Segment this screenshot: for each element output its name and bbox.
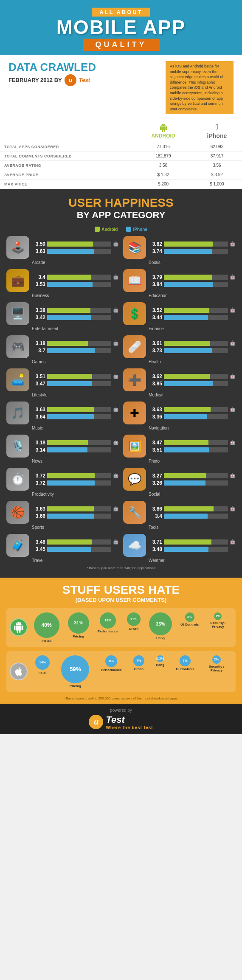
cat-icon-navigation: ✚ — [123, 402, 146, 424]
apple-bar-fill — [164, 348, 212, 353]
android-bar-fill — [164, 440, 208, 445]
android-bar-fill — [164, 374, 210, 379]
bars-col: 3.79 🤖 3.84 — [149, 274, 236, 287]
android-os-icon: 🤖 — [230, 241, 236, 247]
android-bar-track — [164, 308, 228, 313]
android-bar-track — [47, 308, 111, 313]
apple-bar-row: 3.84 — [149, 281, 236, 287]
android-bar-value: 3.71 — [149, 539, 162, 545]
apple-bar-track — [164, 514, 228, 519]
apple-bar-fill — [47, 348, 95, 353]
android-os-icon: 🤖 — [113, 440, 119, 445]
android-os-icon: 🤖 — [230, 274, 236, 280]
category-label: Weather — [149, 558, 165, 563]
hate-label: Performance — [98, 629, 118, 633]
apple-bar-fill — [164, 480, 205, 486]
apple-bar-track — [164, 480, 228, 486]
utest-logo: u — [65, 74, 76, 86]
cat-icon-productivity: ⏱️ — [6, 468, 29, 491]
apple-bar-row: 3.72 — [32, 480, 119, 486]
category-item-sports: 🏀 3.63 🤖 3.66 Sports — [6, 501, 119, 530]
android-bar-track — [164, 539, 228, 545]
apple-bar-row: 3.47 — [32, 381, 119, 387]
apple-bar-value: 3.53 — [32, 281, 45, 287]
cat-icon-lifestyle: 🛋️ — [6, 368, 29, 391]
apple-bar-value: 3.63 — [32, 248, 45, 254]
android-bar-fill — [47, 241, 93, 247]
android-bar-fill — [47, 275, 91, 280]
apple-bar-track — [47, 381, 111, 386]
android-bar-value: 3.62 — [149, 373, 162, 379]
apple-bar-value: 3.84 — [149, 281, 162, 287]
category-item-news: 🎙️ 3.18 🤖 3.14 News — [6, 435, 119, 463]
stats-row-label: AVERAGE PRICE — [0, 170, 135, 180]
bars-col: 3.82 🤖 3.74 — [149, 241, 236, 254]
bars-col: 3.4 🤖 3.53 — [32, 274, 119, 287]
hate-item-performance: 8% Performance — [101, 655, 122, 688]
hate-item-hang: 0.3% Hang — [156, 655, 164, 688]
android-bar-track — [164, 407, 228, 412]
category-icon-row: ➕ 3.62 🤖 3.85 — [123, 368, 236, 391]
category-icon-row: 🎵 3.63 🤖 3.64 — [6, 402, 119, 424]
category-item-finance: 💲 3.52 🤖 3.44 Finance — [123, 302, 236, 331]
apple-bar-track — [47, 249, 111, 254]
android-bar-value: 3.47 — [149, 440, 162, 446]
category-icon-row: 🔧 3.86 🤖 3.4 — [123, 501, 236, 524]
category-label: Social — [149, 492, 160, 497]
android-bar-track — [47, 506, 111, 511]
apple-bar-track — [164, 249, 228, 254]
android-bar-track — [47, 440, 111, 445]
bars-col: 3.18 🤖 3.7 — [32, 340, 119, 354]
category-label: Travel — [32, 558, 43, 563]
apple-bar-value: 3.4 — [149, 513, 162, 519]
stats-row-iphone: 62,093 — [192, 142, 242, 152]
hate-label: Install — [38, 671, 48, 674]
category-item-navigation: ✚ 3.63 🤖 3.36 Navigation — [123, 402, 236, 430]
bars-col: 3.61 🤖 3.73 — [149, 340, 236, 354]
hate-circle: 0.3% — [157, 655, 163, 662]
apple-bar-track — [47, 514, 111, 519]
category-label: Navigation — [149, 426, 169, 430]
apple-bar-value: 3.73 — [149, 348, 162, 354]
android-os-icon: 🤖 — [113, 407, 119, 412]
android-hate-items: 40% Install 31% Pricing 16% Performance … — [30, 612, 232, 643]
android-bar-value: 3.63 — [149, 407, 162, 413]
apple-bar-value: 3.48 — [149, 546, 162, 552]
stats-row: TOTAL APPS CONSIDERED 77,316 62,093 — [0, 142, 242, 152]
category-icon-row: 🧳 3.48 🤖 3.45 — [6, 534, 119, 557]
apple-hate-items: 14% Install 59% Pricing 8% Performance 7… — [30, 655, 232, 688]
android-bar-value: 3.86 — [149, 506, 162, 512]
stats-row: AVERAGE RATING 3.58 3.56 — [0, 161, 242, 170]
category-label: Books — [149, 260, 160, 265]
stats-row-iphone: 37,917 — [192, 152, 242, 161]
android-bar-fill — [47, 506, 94, 511]
stats-row-android: $ 1.32 — [135, 170, 192, 180]
android-bar-row: 3.63 🤖 — [149, 407, 236, 413]
android-bar-fill — [47, 374, 92, 379]
cat-icon-medical: ➕ — [123, 368, 146, 391]
apple-bar-row: 3.36 — [149, 414, 236, 420]
android-bar-value: 3.38 — [32, 307, 45, 313]
android-os-icon: 🤖 — [113, 539, 119, 545]
bars-col: 3.86 🤖 3.4 — [149, 506, 236, 519]
apple-bar-fill — [164, 282, 213, 287]
hate-item-crash: 7% Crash — [133, 655, 144, 688]
bars-col: 3.72 🤖 3.72 — [32, 473, 119, 486]
bars-col: 3.47 🤖 3.51 — [149, 440, 236, 453]
android-bar-value: 3.63 — [32, 407, 45, 413]
category-icon-row: ⏱️ 3.72 🤖 3.72 — [6, 468, 119, 491]
category-icon-row: 🖼️ 3.47 🤖 3.51 — [123, 435, 236, 458]
android-bar-fill — [164, 341, 210, 346]
android-legend-label: Android — [101, 227, 118, 232]
quality-label: QUALITY — [83, 39, 160, 51]
apple-bar-row: 3.63 — [32, 248, 119, 254]
apple-bar-track — [164, 315, 228, 320]
apple-bar-value: 3.51 — [149, 447, 162, 453]
apple-bar-fill — [47, 315, 91, 320]
android-bar-fill — [47, 341, 88, 346]
android-bar-track — [47, 539, 111, 545]
cat-icon-weather: ☁️ — [123, 534, 146, 557]
android-bar-track — [47, 473, 111, 478]
bars-col: 3.63 🤖 3.66 — [32, 506, 119, 519]
category-item-lifestyle: 🛋️ 3.51 🤖 3.47 Lifestyle — [6, 368, 119, 397]
